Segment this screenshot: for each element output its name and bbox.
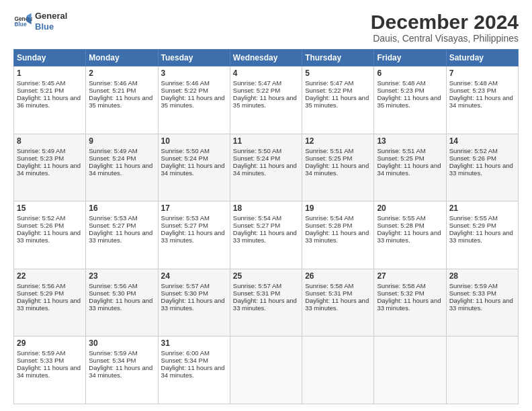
day-number: 25 bbox=[233, 271, 299, 281]
calendar-cell: 31 Sunrise: 6:00 AM Sunset: 5:34 PM Dayl… bbox=[158, 336, 230, 404]
calendar-week-2: 8 Sunrise: 5:49 AM Sunset: 5:23 PM Dayli… bbox=[14, 134, 519, 201]
day-number: 10 bbox=[161, 136, 227, 146]
day-number: 6 bbox=[377, 68, 443, 78]
title-block: December 2024 Dauis, Central Visayas, Ph… bbox=[371, 11, 519, 44]
calendar-cell: 17 Sunrise: 5:53 AM Sunset: 5:27 PM Dayl… bbox=[158, 201, 230, 269]
sunset-label: Sunset: 5:26 PM bbox=[449, 154, 496, 162]
calendar-cell bbox=[446, 336, 518, 404]
calendar-cell bbox=[302, 336, 374, 404]
day-number: 26 bbox=[305, 271, 371, 281]
sunset-label: Sunset: 5:21 PM bbox=[89, 87, 136, 94]
sunrise-label: Sunrise: 5:53 AM bbox=[161, 214, 210, 222]
daylight-label: Daylight: 11 hours and 33 minutes. bbox=[305, 297, 369, 312]
day-number: 27 bbox=[377, 271, 443, 281]
daylight-label: Daylight: 11 hours and 33 minutes. bbox=[17, 229, 81, 244]
calendar-cell: 18 Sunrise: 5:54 AM Sunset: 5:27 PM Dayl… bbox=[230, 201, 302, 269]
day-number: 18 bbox=[233, 203, 299, 213]
calendar-week-5: 29 Sunrise: 5:59 AM Sunset: 5:33 PM Dayl… bbox=[14, 336, 519, 404]
calendar-cell: 22 Sunrise: 5:56 AM Sunset: 5:29 PM Dayl… bbox=[14, 269, 86, 336]
calendar-cell: 28 Sunrise: 5:59 AM Sunset: 5:33 PM Dayl… bbox=[446, 269, 518, 336]
daylight-label: Daylight: 11 hours and 33 minutes. bbox=[89, 297, 152, 312]
day-number: 29 bbox=[17, 338, 83, 348]
daylight-label: Daylight: 11 hours and 33 minutes. bbox=[449, 297, 513, 312]
day-number: 8 bbox=[17, 136, 83, 146]
daylight-label: Daylight: 11 hours and 33 minutes. bbox=[233, 297, 297, 312]
calendar-cell: 15 Sunrise: 5:52 AM Sunset: 5:26 PM Dayl… bbox=[14, 201, 86, 269]
sunset-label: Sunset: 5:31 PM bbox=[233, 289, 280, 297]
daylight-label: Daylight: 11 hours and 33 minutes. bbox=[233, 229, 297, 244]
daylight-label: Daylight: 11 hours and 35 minutes. bbox=[305, 94, 369, 109]
calendar-cell: 26 Sunrise: 5:58 AM Sunset: 5:31 PM Dayl… bbox=[302, 269, 374, 336]
calendar-cell: 25 Sunrise: 5:57 AM Sunset: 5:31 PM Dayl… bbox=[230, 269, 302, 336]
daylight-label: Daylight: 11 hours and 34 minutes. bbox=[305, 162, 369, 177]
calendar-week-1: 1 Sunrise: 5:45 AM Sunset: 5:21 PM Dayli… bbox=[14, 66, 519, 134]
daylight-label: Daylight: 11 hours and 35 minutes. bbox=[161, 94, 225, 109]
calendar-cell: 11 Sunrise: 5:50 AM Sunset: 5:24 PM Dayl… bbox=[230, 134, 302, 201]
sunrise-label: Sunrise: 5:49 AM bbox=[17, 147, 65, 154]
calendar-cell: 7 Sunrise: 5:48 AM Sunset: 5:23 PM Dayli… bbox=[446, 66, 518, 134]
day-number: 19 bbox=[305, 203, 371, 213]
day-number: 12 bbox=[305, 136, 371, 146]
sunset-label: Sunset: 5:24 PM bbox=[233, 154, 280, 162]
sunset-label: Sunset: 5:30 PM bbox=[161, 289, 208, 297]
day-number: 24 bbox=[161, 271, 227, 281]
calendar-cell: 30 Sunrise: 5:59 AM Sunset: 5:34 PM Dayl… bbox=[86, 336, 158, 404]
day-number: 1 bbox=[17, 68, 83, 78]
calendar-cell: 9 Sunrise: 5:49 AM Sunset: 5:24 PM Dayli… bbox=[86, 134, 158, 201]
daylight-label: Daylight: 11 hours and 34 minutes. bbox=[17, 364, 81, 379]
logo: General Blue General Blue bbox=[13, 11, 67, 32]
sunrise-label: Sunrise: 5:57 AM bbox=[161, 282, 210, 289]
sunset-label: Sunset: 5:29 PM bbox=[449, 222, 496, 229]
logo-general: General bbox=[35, 11, 67, 21]
sunset-label: Sunset: 5:26 PM bbox=[17, 222, 64, 229]
day-number: 13 bbox=[377, 136, 443, 146]
logo-blue: Blue bbox=[35, 21, 67, 32]
sunset-label: Sunset: 5:24 PM bbox=[89, 154, 136, 162]
sunset-label: Sunset: 5:33 PM bbox=[17, 357, 64, 364]
calendar-cell: 12 Sunrise: 5:51 AM Sunset: 5:25 PM Dayl… bbox=[302, 134, 374, 201]
sunrise-label: Sunrise: 5:52 AM bbox=[17, 214, 65, 222]
daylight-label: Daylight: 11 hours and 36 minutes. bbox=[17, 94, 81, 109]
col-saturday: Saturday bbox=[446, 50, 518, 66]
daylight-label: Daylight: 11 hours and 34 minutes. bbox=[377, 162, 441, 177]
calendar-cell: 8 Sunrise: 5:49 AM Sunset: 5:23 PM Dayli… bbox=[14, 134, 86, 201]
calendar-cell: 1 Sunrise: 5:45 AM Sunset: 5:21 PM Dayli… bbox=[14, 66, 86, 134]
sunset-label: Sunset: 5:25 PM bbox=[305, 154, 352, 162]
sunset-label: Sunset: 5:27 PM bbox=[161, 222, 208, 229]
daylight-label: Daylight: 11 hours and 34 minutes. bbox=[449, 94, 513, 109]
calendar-cell: 27 Sunrise: 5:58 AM Sunset: 5:32 PM Dayl… bbox=[374, 269, 446, 336]
daylight-label: Daylight: 11 hours and 34 minutes. bbox=[161, 364, 225, 379]
daylight-label: Daylight: 11 hours and 33 minutes. bbox=[161, 297, 225, 312]
day-number: 16 bbox=[89, 203, 154, 213]
sunrise-label: Sunrise: 5:53 AM bbox=[89, 214, 137, 222]
calendar-cell: 24 Sunrise: 5:57 AM Sunset: 5:30 PM Dayl… bbox=[158, 269, 230, 336]
day-number: 2 bbox=[89, 68, 154, 78]
daylight-label: Daylight: 11 hours and 34 minutes. bbox=[233, 162, 297, 177]
daylight-label: Daylight: 11 hours and 33 minutes. bbox=[89, 229, 152, 244]
main-title: December 2024 bbox=[371, 11, 519, 33]
sunrise-label: Sunrise: 5:56 AM bbox=[89, 282, 137, 289]
sunset-label: Sunset: 5:23 PM bbox=[17, 154, 64, 162]
sunrise-label: Sunrise: 5:59 AM bbox=[449, 282, 498, 289]
sunset-label: Sunset: 5:22 PM bbox=[233, 87, 280, 94]
sunrise-label: Sunrise: 5:55 AM bbox=[449, 214, 498, 222]
sunrise-label: Sunrise: 5:45 AM bbox=[17, 79, 65, 87]
sunset-label: Sunset: 5:28 PM bbox=[305, 222, 352, 229]
daylight-label: Daylight: 11 hours and 33 minutes. bbox=[377, 229, 441, 244]
sunset-label: Sunset: 5:23 PM bbox=[377, 87, 424, 94]
calendar-cell: 2 Sunrise: 5:46 AM Sunset: 5:21 PM Dayli… bbox=[86, 66, 158, 134]
day-number: 9 bbox=[89, 136, 154, 146]
sunrise-label: Sunrise: 5:52 AM bbox=[449, 147, 498, 154]
sunrise-label: Sunrise: 5:51 AM bbox=[305, 147, 353, 154]
day-number: 17 bbox=[161, 203, 227, 213]
sunrise-label: Sunrise: 5:51 AM bbox=[377, 147, 425, 154]
sunset-label: Sunset: 5:24 PM bbox=[161, 154, 208, 162]
sunset-label: Sunset: 5:30 PM bbox=[89, 289, 136, 297]
col-sunday: Sunday bbox=[14, 50, 86, 66]
day-number: 5 bbox=[305, 68, 371, 78]
sunset-label: Sunset: 5:34 PM bbox=[89, 357, 136, 364]
sunrise-label: Sunrise: 5:59 AM bbox=[89, 349, 137, 357]
daylight-label: Daylight: 11 hours and 34 minutes. bbox=[89, 162, 152, 177]
sunrise-label: Sunrise: 5:58 AM bbox=[305, 282, 353, 289]
sunrise-label: Sunrise: 5:58 AM bbox=[377, 282, 425, 289]
